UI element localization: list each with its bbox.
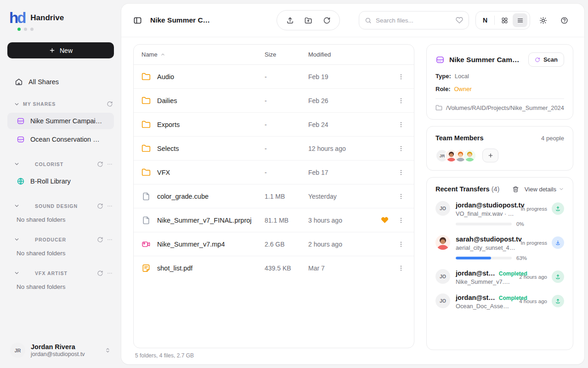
row-menu-button[interactable] (394, 141, 408, 156)
new-folder-button[interactable] (299, 11, 317, 29)
nav-letter-button[interactable]: N (478, 17, 492, 24)
search-input[interactable] (376, 17, 452, 24)
row-menu-button[interactable] (394, 93, 408, 108)
column-modified[interactable]: Modified (308, 51, 377, 58)
table-row[interactable]: color_grade.cube 1.1 MB Yesterday (134, 184, 414, 208)
row-menu-button[interactable] (394, 69, 408, 84)
sort-by-name[interactable]: Name (141, 51, 265, 58)
download-direction-icon[interactable] (552, 236, 564, 249)
avatar: JR (10, 343, 25, 358)
row-menu-button[interactable] (394, 261, 408, 276)
avatar-sound-design (23, 201, 32, 210)
kebab-menu-icon (397, 121, 405, 128)
table-row[interactable]: VFX - Feb 17 (134, 161, 414, 184)
share-label: Ocean Conservation … (30, 136, 100, 143)
view-switcher: N (475, 11, 530, 29)
heart-filter-icon[interactable] (456, 17, 463, 24)
sort-asc-icon (160, 52, 165, 57)
table-row[interactable]: Exports - Feb 24 (134, 113, 414, 137)
table-row[interactable]: Nike_Summer_v7.mp4 2.6 GB 2 hours ago (134, 232, 414, 256)
grid-view-button[interactable] (497, 13, 512, 27)
refresh-icon[interactable] (97, 270, 103, 276)
chevron-down-icon[interactable] (14, 236, 20, 242)
favorite-heart-icon[interactable] (377, 216, 392, 224)
sidebar-item-all-shares[interactable]: All Shares (7, 75, 114, 89)
column-size[interactable]: Size (265, 51, 308, 58)
avatar-producer (463, 149, 476, 162)
theme-toggle-button[interactable] (535, 12, 551, 29)
kebab-menu-icon (397, 97, 405, 104)
avatar-vfx-artist (23, 269, 32, 277)
transfer-status: In progress (520, 206, 547, 212)
section-label: COLORIST (35, 161, 94, 167)
chevron-down-icon[interactable] (14, 203, 20, 209)
avatar: JO (435, 201, 450, 216)
user-name: Jordan Rivera (31, 343, 99, 351)
sidebar-item-nike-summer-campaign[interactable]: Nike Summer Campai… (7, 113, 114, 129)
table-row[interactable]: shot_list.pdf 439.5 KB Mar 7 (134, 256, 414, 280)
upload-direction-icon[interactable] (552, 270, 564, 283)
all-shares-label: All Shares (28, 78, 59, 86)
file-icon (141, 216, 151, 225)
more-icon[interactable] (107, 270, 113, 276)
table-row[interactable]: Dailies - Feb 26 (134, 89, 414, 113)
table-row[interactable]: Nike_Summer_v7_FINAL.prproj 81.1 MB 3 ho… (134, 208, 414, 232)
share-info-card: Nike Summer Campaign Scan Type: Local Ro… (426, 44, 573, 120)
avatar-colorist (23, 160, 32, 168)
drive-icon (17, 135, 25, 144)
transfers-count: (4) (492, 185, 500, 193)
chevron-down-icon[interactable] (14, 161, 20, 167)
chevron-down-icon[interactable] (14, 270, 20, 276)
kebab-menu-icon (397, 241, 405, 248)
refresh-icon[interactable] (107, 101, 113, 107)
video-file-icon (141, 240, 151, 249)
row-menu-button[interactable] (394, 189, 408, 204)
upload-icon (286, 17, 294, 24)
file-modified: Yesterday (308, 193, 377, 200)
row-menu-button[interactable] (394, 213, 408, 228)
refresh-icon[interactable] (97, 203, 103, 209)
file-name: Audio (157, 73, 174, 80)
more-icon[interactable] (107, 203, 113, 209)
scan-button[interactable]: Scan (528, 52, 564, 67)
upload-direction-icon[interactable] (552, 202, 564, 215)
sidebar-item-b-roll-library[interactable]: B-Roll Library (7, 173, 114, 190)
row-menu-button[interactable] (394, 117, 408, 132)
refresh-button[interactable] (317, 11, 336, 29)
row-menu-button[interactable] (394, 237, 408, 252)
more-icon[interactable] (107, 236, 113, 243)
sidebar-toggle-button[interactable] (133, 16, 142, 25)
row-menu-button[interactable] (394, 165, 408, 180)
main-panel: Nike Summer C… N Name (121, 4, 584, 364)
section-producer: PRODUCER (7, 235, 114, 244)
add-member-button[interactable] (482, 149, 498, 162)
view-details-dropdown[interactable]: View details (525, 186, 564, 193)
help-button[interactable] (556, 12, 572, 29)
refresh-icon[interactable] (97, 161, 103, 167)
transfer-time: 4 hours ago (519, 299, 547, 304)
user-email: jordan@studiopost.tv (31, 351, 99, 357)
table-row[interactable]: Audio - Feb 19 (134, 65, 414, 89)
clear-transfers-icon[interactable] (512, 186, 519, 193)
file-size: 2.6 GB (265, 241, 308, 248)
file-name: Nike_Summer_v7.mp4 (157, 241, 225, 248)
empty-note: No shared folders (7, 283, 114, 290)
upload-button[interactable] (281, 11, 299, 29)
grid-icon (501, 17, 508, 24)
account-switcher[interactable]: JR Jordan Rivera jordan@studiopost.tv (7, 341, 114, 360)
file-size: - (265, 97, 308, 104)
refresh-icon (535, 57, 540, 63)
refresh-icon[interactable] (97, 236, 103, 243)
list-view-button[interactable] (513, 13, 527, 27)
more-icon[interactable] (107, 161, 113, 167)
file-modified: Feb 24 (308, 121, 377, 128)
chevron-down-icon[interactable] (14, 101, 20, 107)
table-row[interactable]: Selects - 12 hours ago (134, 137, 414, 161)
toolbar: Nike Summer C… N (121, 4, 584, 37)
sidebar-item-ocean-conservation[interactable]: Ocean Conservation … (7, 131, 114, 148)
upload-direction-icon[interactable] (552, 295, 564, 307)
file-name: Dailies (157, 97, 177, 104)
progress-bar (456, 257, 512, 259)
type-value: Local (455, 73, 469, 80)
new-button[interactable]: New (7, 42, 114, 58)
